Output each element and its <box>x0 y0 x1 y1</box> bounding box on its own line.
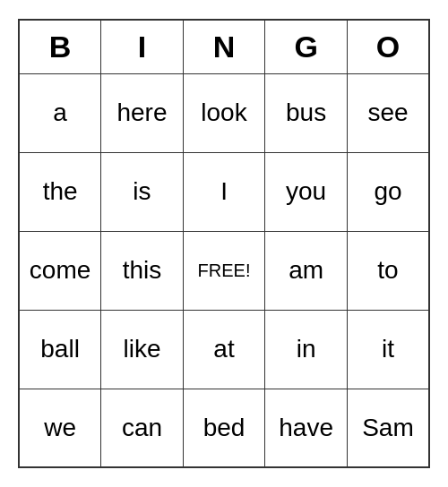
cell-1-3: you <box>265 152 348 231</box>
table-row: comethisFREE!amto <box>19 231 429 310</box>
cell-3-4: it <box>347 310 429 389</box>
cell-2-3: am <box>265 231 348 310</box>
cell-0-2: look <box>183 73 265 152</box>
cell-0-1: here <box>101 73 184 152</box>
cell-4-1: can <box>101 389 184 467</box>
cell-2-4: to <box>347 231 429 310</box>
cell-2-1: this <box>101 231 184 310</box>
col-b: B <box>19 20 101 73</box>
cell-3-0: ball <box>19 310 101 389</box>
cell-3-3: in <box>265 310 348 389</box>
cell-4-3: have <box>265 389 348 467</box>
cell-0-3: bus <box>265 73 348 152</box>
cell-4-2: bed <box>183 389 265 467</box>
cell-1-2: I <box>183 152 265 231</box>
cell-4-0: we <box>19 389 101 467</box>
cell-0-0: a <box>19 73 101 152</box>
cell-2-2: FREE! <box>183 231 265 310</box>
bingo-body: aherelookbusseetheisIyougocomethisFREE!a… <box>19 73 429 467</box>
bingo-card: B I N G O aherelookbusseetheisIyougocome… <box>18 19 430 468</box>
col-o: O <box>347 20 429 73</box>
cell-1-1: is <box>101 152 184 231</box>
col-n: N <box>183 20 265 73</box>
table-row: balllikeatinit <box>19 310 429 389</box>
col-i: I <box>101 20 184 73</box>
table-row: theisIyougo <box>19 152 429 231</box>
cell-1-0: the <box>19 152 101 231</box>
col-g: G <box>265 20 348 73</box>
header-row: B I N G O <box>19 20 429 73</box>
cell-1-4: go <box>347 152 429 231</box>
cell-2-0: come <box>19 231 101 310</box>
cell-4-4: Sam <box>347 389 429 467</box>
table-row: aherelookbussee <box>19 73 429 152</box>
cell-3-2: at <box>183 310 265 389</box>
cell-0-4: see <box>347 73 429 152</box>
table-row: wecanbedhaveSam <box>19 389 429 467</box>
cell-3-1: like <box>101 310 184 389</box>
